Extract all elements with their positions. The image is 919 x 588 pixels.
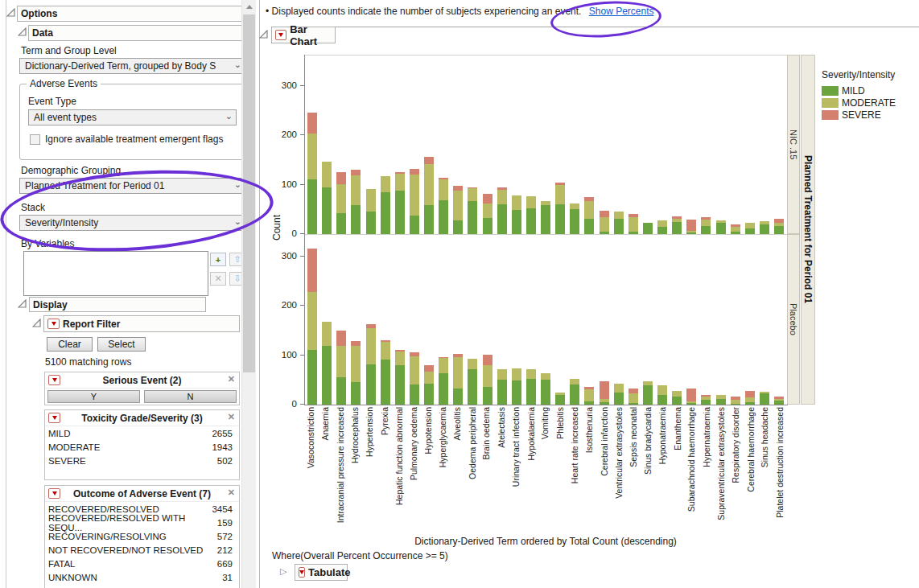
bar-segment-moderate[interactable] <box>322 322 332 346</box>
stacked-bar[interactable] <box>716 395 726 405</box>
bar-segment-moderate[interactable] <box>424 372 434 383</box>
stacked-bar[interactable] <box>336 331 346 405</box>
bar-segment-mild[interactable] <box>570 209 579 234</box>
bar-segment-severe[interactable] <box>424 365 434 372</box>
bar-segment-mild[interactable] <box>555 204 565 234</box>
bar-segment-severe[interactable] <box>351 341 361 347</box>
bar-segment-mild[interactable] <box>453 389 463 405</box>
bar-segment-mild[interactable] <box>672 222 682 234</box>
data-disclosure-icon[interactable] <box>18 27 27 39</box>
stacked-bar[interactable] <box>584 197 594 234</box>
bar-segment-moderate[interactable] <box>526 369 536 379</box>
bar-slot[interactable] <box>597 235 612 405</box>
stacked-bar[interactable] <box>497 369 507 405</box>
stacked-bar[interactable] <box>686 220 696 234</box>
filter-box-header[interactable]: Outcome of Adverse Event (7)✕ <box>45 486 239 502</box>
bar-segment-mild[interactable] <box>322 346 332 405</box>
stacked-bar[interactable] <box>643 381 653 405</box>
stacked-bar[interactable] <box>760 392 769 405</box>
stacked-bar[interactable] <box>657 385 667 405</box>
bar-slot[interactable] <box>582 235 596 405</box>
bar-slot[interactable] <box>348 235 363 405</box>
bar-segment-mild[interactable] <box>541 205 550 234</box>
filter-value-row[interactable]: FATAL669 <box>45 557 239 570</box>
bar-segment-severe[interactable] <box>600 211 609 217</box>
bar-slot[interactable] <box>553 56 567 234</box>
bar-segment-mild[interactable] <box>395 191 405 234</box>
bar-segment-mild[interactable] <box>541 380 550 405</box>
bar-segment-mild[interactable] <box>643 385 653 405</box>
bar-segment-moderate[interactable] <box>366 328 376 364</box>
bar-chart-menu-icon[interactable] <box>275 30 286 40</box>
bar-segment-moderate[interactable] <box>657 385 667 395</box>
bar-segment-mild[interactable] <box>760 224 769 234</box>
bar-segment-mild[interactable] <box>322 187 332 234</box>
bar-slot[interactable] <box>772 235 786 405</box>
remove-variable-button[interactable]: ✕ <box>210 272 226 286</box>
bar-slot[interactable] <box>364 56 378 234</box>
bar-slot[interactable] <box>538 56 553 234</box>
bar-segment-mild[interactable] <box>453 220 463 234</box>
bar-segment-mild[interactable] <box>657 227 667 234</box>
stacked-bar[interactable] <box>410 352 419 405</box>
bar-segment-mild[interactable] <box>526 208 536 234</box>
stacked-bar[interactable] <box>468 359 477 405</box>
tabulate-disclosure-icon[interactable]: ▷ <box>280 567 286 576</box>
bar-segment-mild[interactable] <box>745 228 755 234</box>
options-header[interactable]: Options <box>17 6 245 22</box>
bar-segment-moderate[interactable] <box>584 201 594 219</box>
bar-slot[interactable] <box>348 56 363 234</box>
filter-menu-icon[interactable] <box>48 375 60 385</box>
bar-segment-mild[interactable] <box>643 223 653 234</box>
bar-segment-mild[interactable] <box>439 200 448 234</box>
demographic-grouping-dropdown[interactable]: Planned Treatment for Period 01 ⌄ <box>19 178 245 194</box>
bar-segment-moderate[interactable] <box>600 217 609 232</box>
bar-segment-mild[interactable] <box>701 226 711 234</box>
bar-segment-moderate[interactable] <box>410 175 419 216</box>
bar-slot[interactable] <box>495 235 509 405</box>
bar-segment-moderate[interactable] <box>657 220 667 227</box>
bar-slot[interactable] <box>436 235 451 405</box>
bar-slot[interactable] <box>772 56 786 234</box>
bar-slot[interactable] <box>612 56 626 234</box>
stacked-bar[interactable] <box>439 178 448 234</box>
stacked-bar[interactable] <box>731 224 740 234</box>
stacked-bar[interactable] <box>395 172 405 234</box>
bar-segment-mild[interactable] <box>731 404 740 405</box>
filter-option-button[interactable]: N <box>144 390 237 403</box>
bar-segment-mild[interactable] <box>512 380 521 405</box>
scroll-up-button[interactable] <box>242 0 256 14</box>
bar-slot[interactable] <box>641 56 655 234</box>
bar-segment-moderate[interactable] <box>614 384 624 392</box>
bar-segment-mild[interactable] <box>774 226 784 234</box>
bar-segment-moderate[interactable] <box>555 185 565 205</box>
bar-segment-moderate[interactable] <box>381 342 390 360</box>
bar-segment-mild[interactable] <box>336 213 346 234</box>
stacked-bar[interactable] <box>322 162 332 234</box>
stacked-bar[interactable] <box>439 357 448 405</box>
select-button[interactable]: Select <box>97 337 146 352</box>
stacked-bar[interactable] <box>453 354 463 405</box>
bar-segment-mild[interactable] <box>600 402 609 405</box>
filter-value-list[interactable]: MILD2655MODERATE1943SEVERE502 <box>45 426 239 479</box>
stacked-bar[interactable] <box>410 169 419 234</box>
bar-chart-disclosure-icon[interactable] <box>259 30 268 41</box>
stacked-bar[interactable] <box>672 216 682 234</box>
bar-segment-moderate[interactable] <box>410 356 419 384</box>
bar-slot[interactable] <box>757 56 772 234</box>
stacked-bar[interactable] <box>614 384 624 405</box>
stacked-bar[interactable] <box>512 195 521 234</box>
bar-slot[interactable] <box>728 235 743 405</box>
bar-segment-moderate[interactable] <box>570 379 579 384</box>
bar-segment-moderate[interactable] <box>570 204 579 209</box>
add-columns-button[interactable]: + <box>210 253 226 266</box>
stacked-bar[interactable] <box>483 355 492 405</box>
stacked-bar[interactable] <box>526 369 536 405</box>
bar-slot[interactable] <box>407 235 422 405</box>
bar-segment-moderate[interactable] <box>483 204 492 218</box>
bar-segment-moderate[interactable] <box>453 191 463 221</box>
stacked-bar[interactable] <box>628 389 638 405</box>
bar-segment-moderate[interactable] <box>395 174 405 191</box>
bar-segment-moderate[interactable] <box>439 179 448 200</box>
bar-segment-severe[interactable] <box>351 170 361 175</box>
